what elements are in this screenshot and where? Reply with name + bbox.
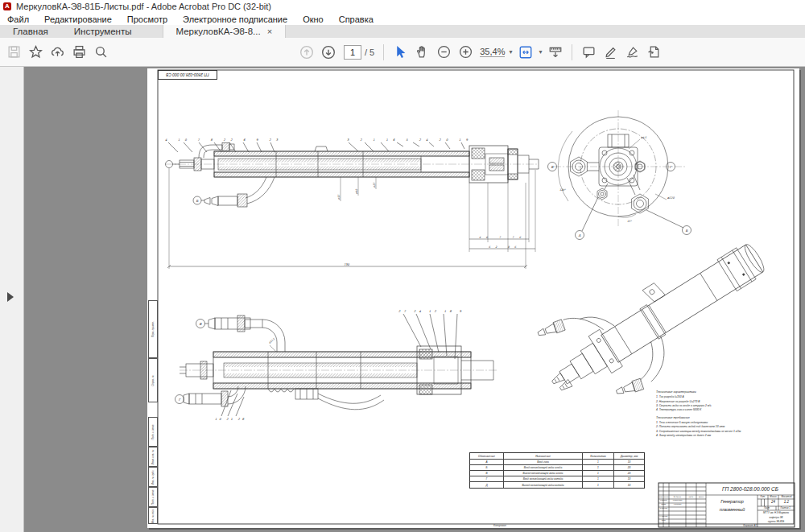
page-up-icon [299, 45, 314, 60]
svg-text:ø40: ø40 [355, 188, 358, 194]
page-number-input[interactable] [344, 45, 361, 60]
star-icon [29, 45, 43, 59]
favorites-button[interactable] [25, 42, 47, 63]
sheets-label: Листов 1 [776, 506, 795, 510]
fit-width-icon [548, 45, 563, 60]
svg-text:В: В [551, 165, 555, 169]
zoom-out-button[interactable] [433, 42, 455, 63]
menu-edit[interactable]: Редактирование [44, 14, 112, 24]
role-label: Т.контр. [658, 507, 669, 511]
margin-label: Справ. № [148, 358, 158, 402]
ports-table: Обозначение Назначение Количество Диамет… [469, 452, 645, 489]
menu-esign[interactable]: Электронное подписание [183, 14, 287, 24]
rev-col: Дата [696, 495, 706, 499]
printer-icon [72, 45, 86, 59]
svg-text:Б: Б [196, 199, 200, 203]
zoom-out-icon [437, 45, 451, 59]
menu-bar: Файл Редактирование Просмотр Электронное… [0, 13, 805, 25]
menu-file[interactable]: Файл [7, 14, 29, 24]
table-cell: А [470, 460, 504, 465]
export-pdf-button[interactable] [643, 42, 665, 63]
hand-tool-button[interactable] [411, 42, 433, 63]
scale-value: 1:2 [778, 499, 795, 506]
print-button[interactable] [68, 42, 90, 63]
svg-text:ø57: ø57 [337, 194, 341, 200]
tab-document[interactable]: МеркуловКА-Э8-8... × [163, 25, 287, 38]
svg-text:Б: Б [686, 229, 689, 233]
product-name2: плазменный [707, 505, 758, 513]
svg-text:10 21 28: 10 21 28 [215, 418, 245, 421]
role-label: Утв. [658, 519, 669, 523]
title-bar: A МеркуловКА-Э8-81Б-Листы.pdf - Adobe Ac… [0, 0, 805, 13]
acrobat-logo-icon: A [3, 2, 11, 10]
rev-col: Подп. [686, 495, 696, 499]
pdf-page: 4 10 7 8 22 6 9 23 3 2 1 16 5 24 20 19 ø… [147, 68, 799, 528]
fit-caret-icon[interactable]: ▾ [539, 48, 542, 56]
margin-label: Инв. № подл. [148, 507, 158, 524]
menu-help[interactable]: Справка [339, 14, 374, 24]
window-title: МеркуловКА-Э8-81Б-Листы.pdf - Adobe Acro… [16, 2, 271, 11]
org-line: МГТУ им. Н.Э.Баумана [758, 511, 795, 515]
technical-notes: Технические характеристики 1. Ток разряд… [656, 390, 791, 438]
next-page-button[interactable] [317, 42, 339, 63]
share-button[interactable] [47, 42, 68, 63]
flange-end-view [548, 110, 691, 240]
doc-number: ГП 2800-028.00.000 СБ [707, 484, 794, 494]
lit-label: Лит. [758, 495, 768, 499]
main-section-view [165, 142, 539, 269]
comment-button[interactable] [578, 42, 600, 63]
menu-view[interactable]: Просмотр [127, 14, 167, 24]
svg-text:ø220: ø220 [667, 196, 675, 200]
tab-close-icon[interactable]: × [267, 27, 272, 36]
product-name: Генератор [707, 497, 758, 505]
sign-button[interactable] [621, 42, 643, 63]
org-line: группа Э8-81Б [758, 520, 795, 524]
tab-tools[interactable]: Инструменты [61, 25, 145, 38]
table-cell: В [470, 471, 504, 476]
zoom-in-icon [459, 45, 473, 59]
stamp-box: ГП 2800-028.00.000 СБ [158, 70, 217, 80]
fountain-pen-icon [625, 45, 639, 59]
select-tool-button[interactable] [390, 42, 411, 63]
search-button[interactable] [90, 42, 112, 63]
fit-width-button[interactable] [544, 42, 566, 63]
zoom-caret-icon[interactable]: ▾ [509, 48, 512, 56]
tab-document-label: МеркуловКА-Э8-8... [176, 27, 261, 36]
fit-page-button[interactable] [514, 42, 536, 63]
svg-text:40 7 76: 40 7 76 [479, 236, 522, 239]
cloud-upload-icon [51, 45, 64, 59]
svg-text:ø4,5: ø4,5 [641, 136, 647, 139]
svg-text:ø27: ø27 [373, 182, 376, 188]
expand-pane-icon[interactable] [7, 292, 14, 302]
table-cell: Б [470, 465, 504, 471]
margin-label: Подп. и дата [148, 487, 158, 507]
table-cell: Г [470, 476, 504, 482]
tab-bar: Главная Инструменты МеркуловКА-Э8-8... × [0, 25, 805, 38]
navigation-pane-collapsed[interactable] [0, 67, 24, 532]
save-button[interactable] [3, 42, 25, 63]
svg-text:15°: 15° [627, 220, 632, 223]
menu-window[interactable]: Окно [303, 14, 324, 24]
acrobat-window: A МеркуловКА-Э8-81Б-Листы.pdf - Adobe Ac… [0, 0, 805, 532]
zoom-level-value[interactable]: 35,4% [480, 47, 505, 57]
zoom-in-button[interactable] [455, 42, 477, 63]
select-arrow-icon [394, 45, 407, 59]
svg-text:А: А [579, 233, 581, 237]
search-icon [94, 45, 108, 59]
document-workspace: 4 10 7 8 22 6 9 23 3 2 1 16 5 24 20 19 ø… [0, 67, 805, 532]
format-label: Формат А1 [743, 524, 757, 527]
stamp-number: ГП 2800-028.00.000 СБ [166, 72, 209, 77]
save-icon [7, 45, 21, 59]
table-cell: Д [470, 482, 504, 488]
main-toolbar: / 5 35,4% ▾ ▾ [0, 38, 805, 67]
svg-text:730: 730 [344, 263, 350, 266]
svg-text:4 10 7 8 22 6 9 23: 4 10 7 8 22 6 9 23 [165, 138, 279, 142]
tab-home[interactable]: Главная [0, 25, 61, 38]
mass-value: 24 [768, 499, 778, 506]
highlight-button[interactable] [600, 42, 621, 63]
svg-text:62 86: 62 86 [489, 245, 517, 249]
export-pdf-icon [647, 45, 661, 59]
comment-bubble-icon [582, 45, 596, 59]
previous-page-button[interactable] [295, 42, 317, 63]
fit-page-icon [518, 45, 533, 60]
